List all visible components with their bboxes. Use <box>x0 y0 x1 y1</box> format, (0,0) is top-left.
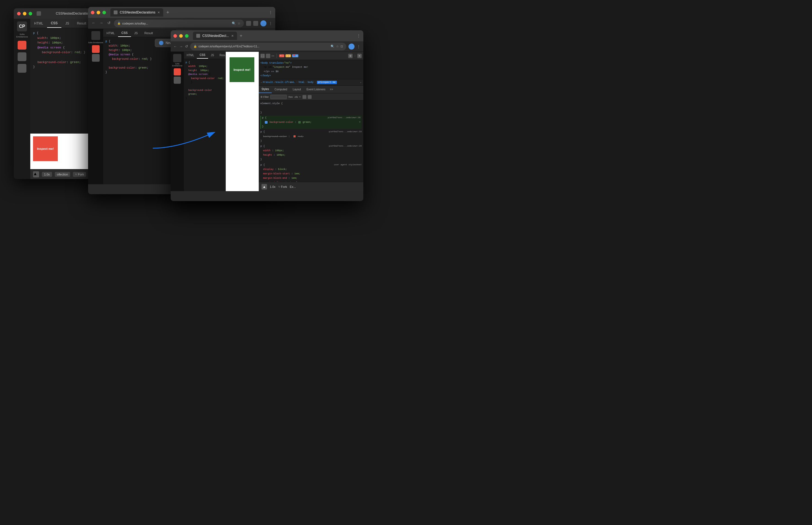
window-menu-icon[interactable]: ⋮ <box>269 10 272 15</box>
w3-close-icon[interactable]: ✕ <box>357 54 362 58</box>
w3-filter-input[interactable] <box>270 95 287 99</box>
download-icon[interactable] <box>253 21 258 26</box>
close-btn-w3[interactable] <box>173 34 177 38</box>
w3-heart-btn[interactable] <box>174 68 181 75</box>
w3-tab-result[interactable]: Result <box>217 52 225 59</box>
w3-cls-pseudo[interactable]: .cls <box>294 95 298 98</box>
w3-new-tab-btn[interactable]: + <box>238 33 244 39</box>
w3-more-tabs[interactable]: >> <box>328 86 335 93</box>
w3-tab-js[interactable]: JS <box>208 52 217 59</box>
w3-cast-icon[interactable]: ⊡ <box>341 45 343 48</box>
minimize-button[interactable] <box>23 12 27 15</box>
w3-bc-body[interactable]: body <box>308 81 314 84</box>
tab-html-small[interactable]: HTML <box>103 29 118 37</box>
w3-tab-close-icon[interactable]: ✕ <box>231 34 234 38</box>
tab-html[interactable]: HTML <box>30 19 47 28</box>
w3-event-listeners-tab[interactable]: Event Listeners <box>303 86 328 93</box>
w3-codepen: Sofia Emelianova HTML CSS JS Result p { … <box>171 52 226 191</box>
w3-tab-html[interactable]: HTML <box>184 52 197 59</box>
back-button[interactable]: ← <box>91 21 96 26</box>
w3-grid-icon[interactable] <box>302 95 306 99</box>
w3-profile-icon[interactable] <box>348 44 355 49</box>
w3-fork-btn[interactable]: ⑂ Fork <box>278 185 287 189</box>
w3-bc-selected[interactable]: p#inspect-me <box>317 81 337 84</box>
w3-settings-icon[interactable]: ⚙ <box>348 54 353 58</box>
tab-js-small[interactable]: JS <box>131 29 141 37</box>
w3-hov-pseudo[interactable]: :hov <box>288 95 293 98</box>
heart-button[interactable] <box>18 41 27 49</box>
collection-button[interactable]: ollection <box>55 172 70 177</box>
search-lens-icon[interactable]: 🔍 <box>232 21 236 25</box>
minimize-button-w2[interactable] <box>97 11 100 14</box>
tab-css-small[interactable]: CSS <box>118 29 131 37</box>
w3-body-tag[interactable]: <body translate="no"> <box>260 61 362 65</box>
w3-menu-icon[interactable]: ⋮ <box>357 44 361 49</box>
w3-more-icon[interactable]: ⋮ <box>354 55 356 57</box>
w3-styles-content: element.style { } p { yLmYEmZ?ano...ue&v… <box>259 101 363 182</box>
active-tab[interactable]: CSSNestedDeclarations ✕ <box>110 8 163 16</box>
url-bar[interactable]: 🔒 codepen.io/sofiay... 🔍 ☆ <box>114 19 244 27</box>
w3-more-tools[interactable]: >> <box>271 55 275 57</box>
w3-bc-iframe[interactable]: #result.result-iframe. <box>263 81 295 84</box>
w3-device-icon[interactable] <box>266 54 270 58</box>
w3-cp-logo <box>173 54 182 62</box>
w3-plus-icon[interactable]: + <box>299 95 300 98</box>
forward-button[interactable]: → <box>98 21 104 26</box>
chrome-menu-icon[interactable]: ⋮ <box>269 21 272 26</box>
pin-button[interactable] <box>18 64 27 73</box>
refresh-button[interactable]: ↺ <box>106 21 112 26</box>
maximize-button-w2[interactable] <box>103 11 106 14</box>
w3-window-controls[interactable]: ⋮ <box>357 34 361 38</box>
w3-forward-btn[interactable]: → <box>179 44 183 48</box>
new-tab-button[interactable]: + <box>164 9 171 16</box>
w3-filter-icon: ⚙ Filter <box>260 95 269 98</box>
tab-js[interactable]: JS <box>61 19 73 28</box>
w3-check-green[interactable] <box>265 121 268 124</box>
w3-code-area[interactable]: p { width: 100px; height: 100px; @media … <box>184 59 225 102</box>
w3-back-btn[interactable]: ← <box>173 44 177 48</box>
bookmark-icon[interactable]: ☆ <box>237 21 240 25</box>
w3-styles-tab[interactable]: Styles <box>259 86 272 93</box>
tab-bar: CSSNestedDeclarations ✕ + ⋮ <box>110 8 272 16</box>
tab-css[interactable]: CSS <box>47 19 62 28</box>
w3-export-btn[interactable]: Ex... <box>290 185 296 189</box>
w3-inspector-icon[interactable]: ⛶ <box>260 54 265 58</box>
tab-result-small[interactable]: Result <box>141 29 156 37</box>
expand-icon[interactable]: ▲ <box>33 171 39 177</box>
w3-computed-tab[interactable]: Computed <box>272 86 290 93</box>
w3-preview-area: Inspect me! <box>226 52 259 191</box>
min-btn-w3[interactable] <box>179 34 183 38</box>
fork-button[interactable]: ⑂ Fork <box>73 172 86 177</box>
puzzle-icon[interactable] <box>246 21 251 26</box>
tab-close-icon[interactable]: ✕ <box>157 11 160 14</box>
heart-icon-small[interactable] <box>92 45 100 53</box>
w3-element-style: element.style { } <box>260 101 362 115</box>
w3-titlebar: CSSNestedDecl... ✕ + ⋮ <box>171 30 363 41</box>
w3-url-bar[interactable]: 🔒 codepen.io/sofiayem/pen/yLmYEmZ?editor… <box>190 43 346 50</box>
w3-tab-favicon <box>196 34 200 38</box>
w3-list-btn[interactable] <box>174 77 181 84</box>
w3-expand-icon[interactable]: ▲ <box>262 184 267 190</box>
w3-refresh-btn[interactable]: ↺ <box>185 44 188 48</box>
w3-star-icon[interactable]: ☆ <box>336 45 339 48</box>
w3-lens-icon[interactable]: 🔍 <box>331 45 334 48</box>
w3-layout-tab[interactable]: Layout <box>290 86 303 93</box>
w3-p-tag[interactable]: <p id="inspect-me">Inspect me! <box>260 65 362 70</box>
w3-cp-main: HTML CSS JS Result p { width: 100px; hei… <box>184 52 225 191</box>
w3-bc-end: ▸ <box>360 81 362 84</box>
list-button[interactable] <box>18 52 27 61</box>
w3-active-tab[interactable]: CSSNestedDecl... ✕ <box>193 32 237 40</box>
maximize-button[interactable] <box>29 12 32 15</box>
w3-add-rule-btn[interactable]: + <box>359 120 361 124</box>
max-btn-w3[interactable] <box>185 34 189 38</box>
profile-avatar[interactable] <box>260 20 266 27</box>
w3-bg-red-prop: background-color : red; <box>260 134 362 139</box>
close-button-w2[interactable] <box>91 11 94 14</box>
tab-result[interactable]: Result <box>73 19 90 28</box>
w3-red-swatch <box>293 135 296 137</box>
list-icon-small[interactable] <box>92 54 100 62</box>
close-button[interactable] <box>17 12 21 15</box>
w3-bc-html[interactable]: html <box>299 81 305 84</box>
w3-copy-icon[interactable] <box>308 95 312 99</box>
w3-tab-css[interactable]: CSS <box>197 52 208 59</box>
